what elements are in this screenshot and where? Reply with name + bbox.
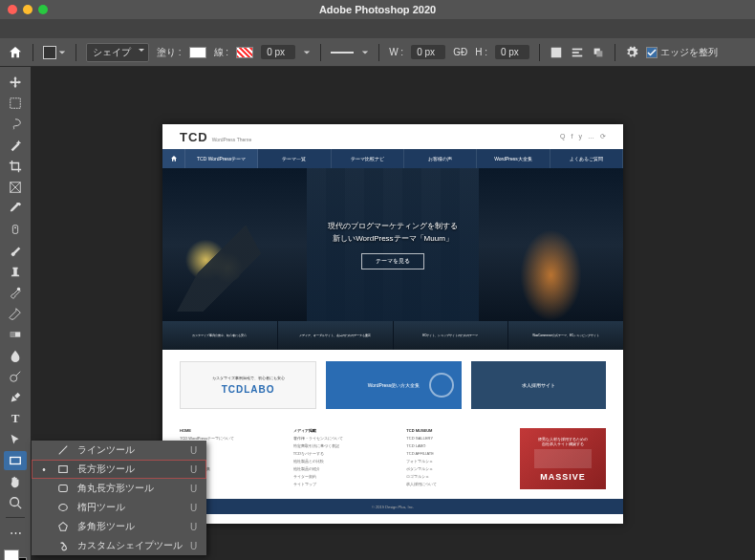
eraser-tool[interactable]: [4, 304, 27, 323]
hand-tool[interactable]: [4, 472, 27, 491]
dodge-tool[interactable]: [4, 367, 27, 386]
page-logo: TCD: [180, 130, 208, 144]
maximize-window-button[interactable]: [38, 5, 48, 14]
menu-item-shortcut: U: [190, 464, 197, 475]
page-social-icons: Qfy…⟳: [560, 133, 606, 140]
svg-rect-1: [551, 47, 562, 57]
svg-rect-2: [572, 48, 583, 50]
color-swatches[interactable]: [4, 549, 27, 560]
move-tool[interactable]: [4, 73, 27, 92]
shape-menu-item[interactable]: 楕円ツールU: [32, 498, 206, 517]
svg-rect-6: [596, 51, 602, 56]
svg-rect-13: [11, 332, 15, 336]
menu-item-shortcut: U: [190, 541, 197, 551]
menu-item-label: 多角形ツール: [77, 520, 183, 533]
page-nav: TCD WordPressテーマ テーマ一覧 テーマ比較ナビ お客様の声 Wor…: [162, 149, 623, 168]
menu-bar: [0, 19, 755, 38]
type-tool[interactable]: T: [4, 409, 27, 428]
arrange-icon[interactable]: [592, 46, 605, 59]
crop-tool[interactable]: [4, 157, 27, 176]
shape-mode-select[interactable]: シェイプ: [86, 43, 149, 62]
shape-tool-flyout: ラインツールU•長方形ツールU角丸長方形ツールU楕円ツールU多角形ツールUカスタ…: [32, 441, 206, 555]
blur-tool[interactable]: [4, 346, 27, 365]
line-icon: [56, 443, 70, 457]
svg-point-11: [17, 288, 21, 291]
tools-panel: T ⋯: [0, 67, 31, 560]
width-input[interactable]: 0 px: [411, 45, 445, 59]
gradient-tool[interactable]: [4, 325, 27, 344]
eyedropper-tool[interactable]: [4, 199, 27, 218]
menu-item-label: 長方形ツール: [77, 463, 183, 476]
svg-point-14: [11, 375, 17, 381]
menu-item-label: 楕円ツール: [77, 501, 183, 514]
zoom-tool[interactable]: [4, 493, 27, 512]
page-hero: 現代のブログマーケティングを制する 新しいWordPressテーマ「Muum」 …: [162, 168, 623, 321]
rect-icon: [56, 463, 70, 476]
menu-item-label: カスタムシェイプツール: [77, 539, 183, 552]
menu-item-shortcut: U: [190, 503, 197, 513]
check-icon: •: [39, 464, 49, 475]
svg-point-20: [59, 505, 68, 511]
lasso-tool[interactable]: [4, 115, 27, 134]
width-label: W :: [389, 47, 403, 57]
stroke-label: 線 :: [214, 46, 229, 59]
height-label: H :: [475, 47, 487, 57]
close-window-button[interactable]: [8, 5, 17, 14]
minimize-window-button[interactable]: [23, 5, 32, 14]
fill-label: 塗り :: [157, 46, 182, 59]
stroke-options-icon[interactable]: [331, 48, 354, 57]
marquee-tool[interactable]: [4, 94, 27, 113]
shape-menu-item[interactable]: カスタムシェイプツールU: [32, 536, 206, 555]
custom-icon: [56, 539, 70, 552]
healing-brush-tool[interactable]: [4, 220, 27, 239]
path-ops-icon[interactable]: [550, 46, 563, 59]
stroke-swatch[interactable]: [236, 47, 253, 58]
fill-swatch[interactable]: [189, 47, 206, 58]
rectangle-tool[interactable]: [4, 451, 27, 470]
window-titlebar: Adobe Photoshop 2020: [0, 0, 755, 19]
pen-tool[interactable]: [4, 388, 27, 407]
link-wh[interactable]: GĐ: [453, 47, 467, 57]
svg-marker-21: [59, 523, 68, 531]
align-edges-checkbox[interactable]: エッジを整列: [646, 46, 718, 59]
menu-item-label: ラインツール: [77, 443, 183, 457]
shape-menu-item[interactable]: •長方形ツールU: [32, 460, 206, 479]
svg-line-17: [59, 446, 68, 455]
divider: [6, 517, 25, 518]
options-bar: シェイプ 塗り : 線 : 0 px W : 0 px GĐ H : 0 px …: [0, 38, 755, 67]
menu-item-label: 角丸長方形ツール: [77, 482, 183, 495]
magic-wand-tool[interactable]: [4, 136, 27, 155]
page-footer: HOMETCD WordPressテーマについてテーマ一覧テーマ比較ナビお客様の…: [162, 420, 623, 499]
gear-icon[interactable]: [625, 46, 638, 59]
svg-rect-19: [59, 485, 68, 492]
svg-rect-18: [59, 466, 68, 473]
home-icon[interactable]: [8, 45, 23, 60]
svg-rect-3: [572, 52, 579, 54]
height-input[interactable]: 0 px: [495, 45, 529, 59]
align-icon[interactable]: [571, 46, 584, 59]
path-selection-tool[interactable]: [4, 430, 27, 449]
stroke-width-input[interactable]: 0 px: [261, 45, 295, 59]
tool-preset-picker[interactable]: [43, 46, 66, 59]
svg-rect-15: [11, 458, 21, 464]
shape-menu-item[interactable]: 角丸長方形ツールU: [32, 479, 206, 498]
clone-stamp-tool[interactable]: [4, 262, 27, 281]
svg-rect-10: [12, 226, 17, 234]
svg-rect-8: [11, 98, 21, 109]
history-brush-tool[interactable]: [4, 283, 27, 302]
menu-item-shortcut: U: [190, 445, 197, 456]
shape-menu-item[interactable]: 多角形ツールU: [32, 517, 206, 536]
ellipse-icon: [56, 501, 70, 514]
brush-tool[interactable]: [4, 241, 27, 260]
polygon-icon: [56, 520, 70, 533]
chevron-down-icon[interactable]: [361, 49, 369, 56]
document-content: TCDWordPress Theme Qfy…⟳ TCD WordPressテー…: [162, 124, 623, 524]
traffic-lights: [0, 5, 48, 14]
edit-toolbar[interactable]: ⋯: [4, 523, 27, 542]
svg-rect-4: [572, 54, 583, 56]
frame-tool[interactable]: [4, 178, 27, 197]
shape-menu-item[interactable]: ラインツールU: [32, 441, 206, 460]
menu-item-shortcut: U: [190, 522, 197, 532]
roundrect-icon: [56, 482, 70, 495]
chevron-down-icon[interactable]: [303, 49, 311, 56]
